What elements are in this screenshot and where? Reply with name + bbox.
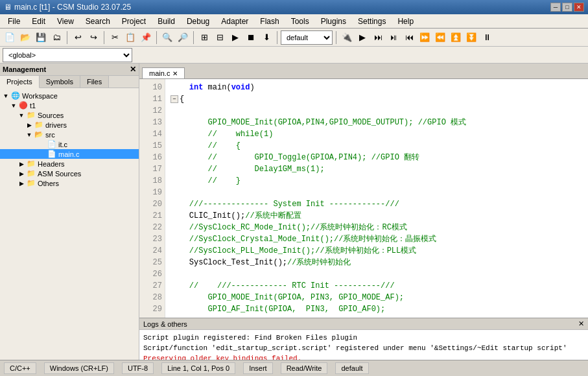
tree-asm-sources[interactable]: ▶ 📁 ASM Sources — [0, 169, 139, 178]
code-line-26 — [171, 268, 583, 280]
editor-tab-close-icon[interactable]: ✕ — [172, 70, 178, 77]
code-line-27: // ///------------ RTC Init ----------//… — [171, 280, 583, 292]
asm-expand-icon[interactable]: ▶ — [18, 170, 25, 177]
sidebar-close-button[interactable]: ✕ — [130, 65, 136, 74]
new-button[interactable]: 📄 — [3, 30, 17, 45]
asm-folder-icon: 📁 — [27, 169, 36, 178]
adapter-btn5[interactable]: ⏮ — [402, 30, 416, 45]
undo-button[interactable]: ↩ — [71, 30, 85, 45]
menu-adapter[interactable]: Adapter — [216, 15, 253, 28]
pause-button[interactable]: ⏸ — [480, 30, 494, 45]
collapse-btn[interactable]: − — [171, 95, 178, 103]
menu-plugins[interactable]: Plugins — [316, 15, 351, 28]
headers-folder-icon: 📁 — [27, 159, 36, 168]
adapter-btn3[interactable]: ⏭ — [371, 30, 385, 45]
sources-expand-icon[interactable]: ▼ — [18, 112, 25, 119]
menu-search[interactable]: Search — [80, 15, 115, 28]
workspace-icon: 🌐 — [11, 91, 20, 100]
code-editor[interactable]: int main(void) −{ GPIO_MODE_Init(GPIOA,P… — [165, 79, 588, 318]
menu-tools[interactable]: Tools — [286, 15, 314, 28]
tree-headers[interactable]: ▶ 📁 Headers — [0, 159, 139, 169]
drivers-expand-icon[interactable]: ▶ — [26, 122, 32, 128]
adapter-btn9[interactable]: ⏬ — [464, 30, 478, 45]
search-button[interactable]: 🔍 — [160, 30, 174, 45]
global-scope-select[interactable]: <global> — [3, 48, 132, 62]
status-line-ending: Windows (CR+LF) — [44, 362, 114, 374]
adapter-btn7[interactable]: ⏪ — [433, 30, 447, 45]
tree-others[interactable]: ▶ 📁 Others — [0, 178, 139, 188]
t1-expand-icon[interactable]: ▼ — [10, 102, 17, 109]
sidebar-header: Management ✕ — [0, 64, 139, 76]
editor-tab-mainc[interactable]: main.c ✕ — [142, 67, 185, 78]
config-dropdown[interactable]: default — [281, 30, 333, 45]
logs-close-icon[interactable]: ✕ — [578, 320, 584, 328]
code-line-11: −{ — [171, 93, 583, 105]
status-mode: Insert — [243, 362, 273, 374]
adapter-btn2[interactable]: ▶ — [355, 30, 370, 45]
adapter-btn4[interactable]: ⏯ — [386, 30, 401, 45]
status-access: Read/Write — [281, 362, 328, 374]
menu-edit[interactable]: Edit — [27, 15, 51, 28]
build-btn1[interactable]: ⊞ — [197, 30, 211, 45]
editor-content[interactable]: 1011121314 1516171819 2021222324 2526272… — [139, 79, 588, 318]
build-btn2[interactable]: ⊟ — [213, 30, 227, 45]
build-btn5[interactable]: ⬇ — [259, 30, 274, 45]
logs-header: Logs & others ✕ — [139, 318, 588, 330]
toolbar-sep-4 — [193, 31, 194, 44]
menu-project[interactable]: Project — [117, 15, 151, 28]
t1-icon: 🔴 — [19, 101, 28, 110]
cut-button[interactable]: ✂ — [108, 30, 122, 45]
logs-area: Logs & others ✕ Script plugin registered… — [139, 318, 588, 360]
code-line-10: int main(void) — [171, 82, 583, 93]
menu-view[interactable]: View — [52, 15, 79, 28]
src-expand-icon[interactable]: ▼ — [26, 132, 32, 138]
redo-button[interactable]: ↪ — [86, 30, 100, 45]
toolbar-sep-6 — [336, 31, 336, 44]
tree-workspace[interactable]: ▼ 🌐 Workspace — [0, 91, 139, 100]
maximize-button[interactable]: □ — [562, 3, 572, 12]
tab-files[interactable]: Files — [80, 76, 109, 88]
workspace-expand-icon[interactable]: ▼ — [3, 93, 9, 99]
code-line-13: GPIO_MODE_Init(GPIOA,PIN4,GPIO_MODE_OUTP… — [171, 117, 583, 128]
tab-projects[interactable]: Projects — [0, 76, 40, 88]
tree-src[interactable]: ▼ 📂 src — [0, 130, 139, 139]
sidebar-content: ▼ 🌐 Workspace ▼ 🔴 t1 ▼ 📁 Sources ▶ 📁 dri… — [0, 88, 139, 360]
tree-drivers[interactable]: ▶ 📁 drivers — [0, 120, 139, 130]
paste-button[interactable]: 📌 — [139, 30, 153, 45]
sidebar-title: Management — [3, 65, 46, 73]
menu-settings[interactable]: Settings — [353, 15, 391, 28]
menu-flash[interactable]: Flash — [255, 15, 284, 28]
save-all-button[interactable]: 🗂 — [49, 30, 64, 45]
src-folder-icon: 📂 — [34, 130, 43, 139]
tree-mainc[interactable]: 📄 main.c — [0, 149, 139, 159]
menu-help[interactable]: Help — [392, 15, 419, 28]
app-icon: 🖥 — [4, 3, 12, 12]
copy-button[interactable]: 📋 — [123, 30, 137, 45]
save-button[interactable]: 💾 — [34, 30, 48, 45]
t1-label: t1 — [30, 102, 36, 110]
adapter-btn6[interactable]: ⏩ — [417, 30, 432, 45]
adapter-btn8[interactable]: ⏫ — [449, 30, 463, 45]
menu-build[interactable]: Build — [152, 15, 180, 28]
search-replace-button[interactable]: 🔎 — [176, 30, 190, 45]
tree-sources[interactable]: ▼ 📁 Sources — [0, 110, 139, 120]
title-bar-title: 🖥 main.c [t1] - CSM Studio 23.07.25 — [4, 3, 131, 12]
close-button[interactable]: ✕ — [574, 3, 584, 12]
open-button[interactable]: 📂 — [18, 30, 32, 45]
toolbar-sep-5 — [277, 31, 277, 44]
tree-itc[interactable]: 📄 it.c — [0, 139, 139, 149]
adapter-btn1[interactable]: 🔌 — [340, 30, 354, 45]
menu-file[interactable]: File — [3, 15, 25, 28]
tab-symbols[interactable]: Symbols — [40, 76, 80, 88]
log-line-1: Script plugin registered: Find Broken Fi… — [143, 333, 584, 343]
headers-expand-icon[interactable]: ▶ — [18, 161, 25, 167]
others-expand-icon[interactable]: ▶ — [18, 180, 25, 187]
build-btn3[interactable]: ▶ — [228, 30, 242, 45]
tree-t1[interactable]: ▼ 🔴 t1 — [0, 100, 139, 110]
itc-expand-icon — [39, 141, 45, 148]
menu-debug[interactable]: Debug — [182, 15, 215, 28]
code-line-19 — [171, 187, 583, 198]
minimize-button[interactable]: ─ — [550, 3, 561, 12]
build-btn4[interactable]: ⏹ — [244, 30, 258, 45]
code-line-17: // Delay1GM_ms(1); — [171, 163, 583, 175]
